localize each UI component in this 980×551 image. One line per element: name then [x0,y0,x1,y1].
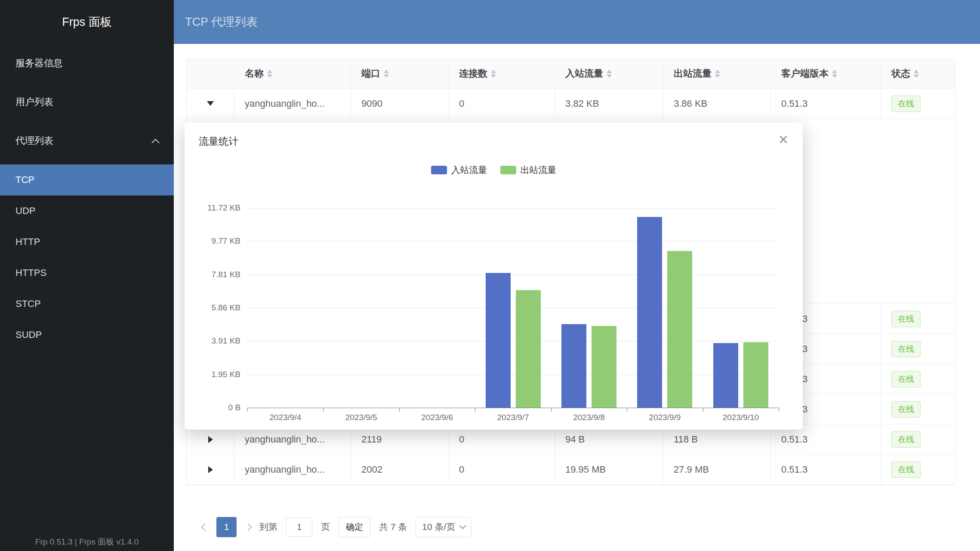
sidebar-item-SUDP[interactable]: SUDP [0,319,174,350]
bar-出站流量-2023/9/9[interactable] [667,251,692,408]
sort-carets-icon[interactable] [832,70,837,78]
sidebar: Frps 面板 服务器信息用户列表代理列表TCPUDPHTTPHTTPSSTCP… [0,0,174,551]
page-input[interactable] [286,517,312,537]
sidebar-item-STCP[interactable]: STCP [0,288,174,319]
y-axis-label: 9.77 KB [180,236,240,246]
column-header-label: 出站流量 [674,67,712,80]
column-header-5[interactable]: 出站流量 [663,59,771,89]
column-header-4[interactable]: 入站流量 [555,59,663,89]
bar-出站流量-2023/9/8[interactable] [592,326,616,408]
app-title: Frps 面板 [0,0,174,44]
cell-status: 在线 [881,455,955,485]
cell-status: 在线 [881,89,955,119]
status-badge: 在线 [891,311,921,327]
goto-label: 到第 [259,521,277,533]
cell-client-version: 0.51.3 [771,455,881,485]
traffic-stats-modal: 流量统计 × 入站流量出站流量 0 B1.95 KB3.91 KB5.86 KB… [185,123,803,430]
confirm-button[interactable]: 确定 [339,517,370,537]
traffic-chart: 0 B1.95 KB3.91 KB5.86 KB7.81 KB9.77 KB11… [185,123,803,430]
sort-carets-icon[interactable] [715,70,720,78]
sort-carets-icon[interactable] [267,70,272,78]
bar-入站流量-2023/9/7[interactable] [486,273,511,408]
y-axis-label: 3.91 KB [180,336,240,346]
x-axis-label: 2023/9/9 [627,413,703,422]
cell-text: 94 B [565,434,585,445]
cell-client-version: 0.51.3 [771,89,881,119]
gridline [247,275,779,275]
cell-traffic-in: 19.95 MB [555,455,663,485]
sidebar-item-UDP[interactable]: UDP [0,195,174,226]
cell-status: 在线 [881,364,955,394]
bar-入站流量-2023/9/9[interactable] [637,217,662,408]
column-header-6[interactable]: 客户端版本 [771,59,881,89]
column-header-3[interactable]: 连接数 [449,59,555,89]
page-size-select[interactable]: 10 条/页 [416,517,472,537]
bar-出站流量-2023/9/7[interactable] [516,290,541,408]
sidebar-submenu: TCPUDPHTTPHTTPSSTCPSUDP [0,160,174,350]
sidebar-item-服务器信息[interactable]: 服务器信息 [0,44,174,83]
bar-入站流量-2023/9/8[interactable] [561,324,586,408]
sort-asc-icon [914,70,919,73]
column-header-1[interactable]: 名称 [234,59,351,89]
frps-dashboard: Frps 面板 服务器信息用户列表代理列表TCPUDPHTTPHTTPSSTCP… [0,0,980,551]
expand-cell[interactable] [187,89,234,119]
sidebar-item-HTTP[interactable]: HTTP [0,226,174,257]
sidebar-item-代理列表[interactable]: 代理列表 [0,121,174,160]
sort-carets-icon[interactable] [607,70,612,78]
page-number-button[interactable]: 1 [216,517,237,537]
cell-name: yanghuanglin_ho... [234,455,351,485]
y-axis-label: 11.72 KB [180,203,240,213]
x-axis-line [247,408,779,408]
cell-connections: 0 [449,455,555,485]
column-header-label: 端口 [361,67,380,80]
cell-traffic-out: 27.9 MB [663,455,771,485]
cell-text: 0.51.3 [781,98,807,109]
prev-page-icon[interactable] [201,523,209,531]
cell-status: 在线 [881,394,955,424]
column-header-7[interactable]: 状态 [881,59,955,89]
cell-text: yanghuanglin_ho... [245,98,325,109]
cell-text: 0 [459,434,464,445]
status-badge: 在线 [891,96,921,112]
menu-item-label: SUDP [15,329,42,341]
expand-cell[interactable] [187,455,234,485]
sort-carets-icon[interactable] [384,70,389,78]
x-axis-label: 2023/9/7 [475,413,551,422]
column-header-2[interactable]: 端口 [351,59,449,89]
cell-text: 0 [459,98,464,109]
gridline [247,341,779,341]
sidebar-item-TCP[interactable]: TCP [0,164,174,195]
bar-出站流量-2023/9/10[interactable] [743,342,768,408]
gridline [247,308,779,308]
axis-tick-icon [703,408,703,412]
cell-text: 2119 [361,434,382,445]
column-header-label: 状态 [891,67,910,80]
cell-text: 0.51.3 [781,434,807,445]
sort-asc-icon [491,70,496,73]
menu-item-label: STCP [15,298,41,310]
cell-traffic-out: 3.86 KB [663,89,771,119]
status-badge: 在线 [891,371,921,387]
menu-item-label: TCP [15,174,34,186]
sort-asc-icon [832,70,837,73]
sort-desc-icon [267,74,272,78]
sidebar-item-HTTPS[interactable]: HTTPS [0,257,174,288]
cell-connections: 0 [449,89,555,119]
next-page-icon[interactable] [244,523,252,531]
cell-text: 19.95 MB [565,464,606,475]
sidebar-item-用户列表[interactable]: 用户列表 [0,83,174,121]
sort-asc-icon [607,70,612,73]
y-axis-label: 0 B [180,402,240,413]
status-badge: 在线 [891,461,921,478]
status-badge: 在线 [891,341,921,357]
sidebar-menu: 服务器信息用户列表代理列表TCPUDPHTTPHTTPSSTCPSUDP [0,44,174,350]
y-axis-label: 1.95 KB [180,369,240,380]
bar-入站流量-2023/9/10[interactable] [713,343,738,408]
cell-traffic-in: 3.82 KB [555,89,663,119]
axis-tick-icon [399,408,400,412]
x-axis-label: 2023/9/6 [399,413,475,422]
axis-tick-icon [247,408,248,412]
sort-carets-icon[interactable] [491,70,496,78]
sort-asc-icon [384,70,389,73]
sort-carets-icon[interactable] [914,70,919,78]
